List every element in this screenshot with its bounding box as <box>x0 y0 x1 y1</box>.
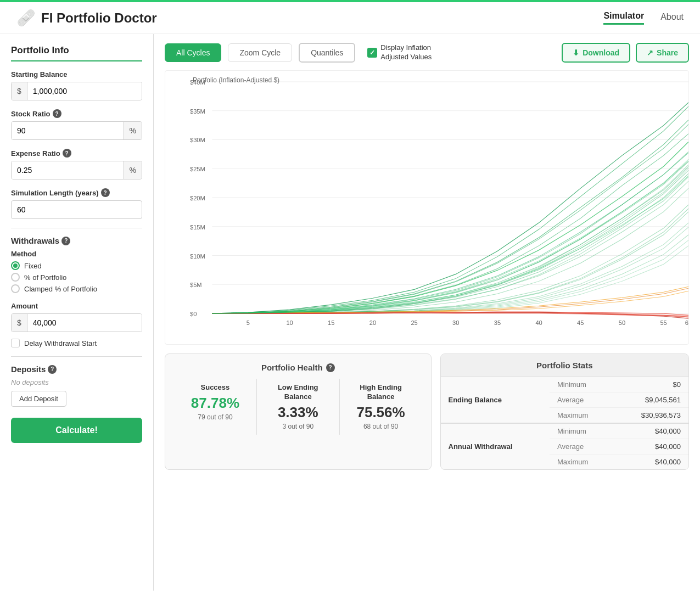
tab-all-cycles[interactable]: All Cycles <box>165 43 221 62</box>
inflation-check-group: ✓ Display Inflation Adjusted Values <box>367 43 432 62</box>
stock-ratio-label: Stock Ratio ? <box>11 109 142 118</box>
sidebar: Portfolio Info Starting Balance $ Stock … <box>0 34 154 591</box>
ending-balance-label: Ending Balance <box>441 377 550 423</box>
eb-min-value: $0 <box>613 377 688 392</box>
share-icon: ↗ <box>647 48 653 57</box>
method-clamped[interactable]: Clamped % of Portfolio <box>11 284 142 293</box>
health-stats: Success 87.78% 79 out of 90 Low Ending B… <box>174 379 422 435</box>
svg-text:30: 30 <box>452 319 459 326</box>
eb-avg-value: $9,045,561 <box>613 392 688 408</box>
health-panel-title: Portfolio Health ? <box>174 363 422 372</box>
aw-max-value: $40,000 <box>613 454 688 470</box>
download-button[interactable]: ⬇ Download <box>562 43 630 63</box>
withdrawals-help-icon[interactable]: ? <box>61 237 70 245</box>
bottom-panels: Portfolio Health ? Success 87.78% 79 out… <box>165 353 689 470</box>
chart-y-label: Portfolio (Inflation-Adjusted $) <box>193 76 279 84</box>
eb-max-value: $30,936,573 <box>613 408 688 424</box>
toolbar-right: ⬇ Download ↗ Share <box>562 43 689 63</box>
expense-ratio-suffix: % <box>124 161 142 179</box>
health-low-sub: 3 out of 90 <box>261 423 335 430</box>
starting-balance-group: Starting Balance $ <box>11 70 142 100</box>
health-panel: Portfolio Health ? Success 87.78% 79 out… <box>165 353 432 470</box>
svg-text:5: 5 <box>247 319 250 326</box>
add-deposit-button[interactable]: Add Deposit <box>11 391 66 407</box>
aw-min-label: Minimum <box>550 423 613 439</box>
amount-prefix: $ <box>12 314 27 332</box>
method-pct-radio[interactable] <box>11 273 20 282</box>
deposits-help-icon[interactable]: ? <box>48 365 57 374</box>
method-fixed[interactable]: Fixed <box>11 261 142 270</box>
stats-panel: Portfolio Stats Ending Balance Minimum $… <box>440 353 690 470</box>
eb-min-label: Minimum <box>550 377 613 392</box>
stock-ratio-group: Stock Ratio ? % <box>11 109 142 140</box>
logo: 🩹 FI Portfolio Doctor <box>16 9 157 27</box>
share-button[interactable]: ↗ Share <box>636 43 689 63</box>
svg-text:$30M: $30M <box>190 137 205 144</box>
svg-text:$10M: $10M <box>190 253 205 260</box>
stock-ratio-input[interactable] <box>12 122 124 139</box>
health-high-value: 75.56% <box>344 404 418 421</box>
sidebar-title: Portfolio Info <box>11 45 142 61</box>
method-clamped-radio[interactable] <box>11 284 20 293</box>
health-high-col: High Ending Balance 75.56% 68 out of 90 <box>339 379 422 435</box>
starting-balance-label: Starting Balance <box>11 70 142 78</box>
main-layout: Portfolio Info Starting Balance $ Stock … <box>0 34 700 591</box>
stock-ratio-suffix: % <box>124 122 142 139</box>
portfolio-chart: Portfolio (Inflation-Adjusted $) $40M $3… <box>165 70 689 345</box>
sim-length-label: Simulation Length (years) ? <box>11 188 142 197</box>
svg-text:20: 20 <box>369 319 376 326</box>
svg-text:45: 45 <box>577 319 584 326</box>
starting-balance-prefix: $ <box>12 82 27 100</box>
health-high-label: High Ending Balance <box>344 383 418 402</box>
svg-text:$35M: $35M <box>190 108 205 115</box>
svg-text:$0: $0 <box>190 311 197 317</box>
starting-balance-input[interactable] <box>27 82 142 100</box>
download-icon: ⬇ <box>573 48 579 57</box>
health-low-col: Low Ending Balance 3.33% 3 out of 90 <box>256 379 339 435</box>
tab-zoom-cycle[interactable]: Zoom Cycle <box>228 43 292 62</box>
svg-text:25: 25 <box>411 319 417 326</box>
method-fixed-radio[interactable] <box>11 261 20 270</box>
annual-withdrawal-label: Annual Withdrawal <box>441 423 550 469</box>
svg-text:15: 15 <box>328 319 334 326</box>
svg-text:$5M: $5M <box>190 282 202 288</box>
amount-label: Amount <box>11 302 142 310</box>
delay-withdrawal-checkbox[interactable] <box>11 339 20 347</box>
method-label: Method <box>11 250 142 258</box>
chart-svg: $40M $35M $30M $25M $20M $15M $10M $5M $… <box>190 76 688 328</box>
table-row: Ending Balance Minimum $0 <box>441 377 689 392</box>
inflation-checkbox[interactable]: ✓ <box>367 48 377 58</box>
health-success-value: 87.78% <box>178 395 252 412</box>
no-deposits-text: No deposits <box>11 378 142 386</box>
sim-length-input[interactable] <box>11 200 142 219</box>
expense-ratio-input-wrapper: % <box>11 161 142 179</box>
nav-simulator[interactable]: Simulator <box>603 11 644 25</box>
table-row: Annual Withdrawal Minimum $40,000 <box>441 423 689 439</box>
method-pct-portfolio[interactable]: % of Portfolio <box>11 273 142 282</box>
logo-icon: 🩹 <box>16 9 36 27</box>
nav-about[interactable]: About <box>660 12 684 24</box>
health-high-sub: 68 out of 90 <box>344 423 418 430</box>
aw-avg-label: Average <box>550 439 613 454</box>
sim-length-help-icon[interactable]: ? <box>101 188 110 197</box>
stock-ratio-input-wrapper: % <box>11 121 142 140</box>
stock-ratio-help-icon[interactable]: ? <box>53 109 61 118</box>
health-success-col: Success 87.78% 79 out of 90 <box>174 379 256 435</box>
logo-title: FI Portfolio Doctor <box>41 10 157 26</box>
health-low-label: Low Ending Balance <box>261 383 335 402</box>
deposits-divider <box>11 356 142 357</box>
health-low-value: 3.33% <box>261 404 335 421</box>
tab-quantiles[interactable]: Quantiles <box>299 43 355 63</box>
svg-text:55: 55 <box>660 319 667 326</box>
expense-ratio-input[interactable] <box>12 161 124 179</box>
svg-text:10: 10 <box>286 319 293 326</box>
svg-text:$25M: $25M <box>190 166 205 172</box>
calculate-button[interactable]: Calculate! <box>11 418 142 443</box>
svg-text:50: 50 <box>619 319 625 326</box>
health-help-icon[interactable]: ? <box>326 363 335 372</box>
stats-table: Ending Balance Minimum $0 Average $9,045… <box>441 377 689 469</box>
sim-length-group: Simulation Length (years) ? <box>11 188 142 219</box>
amount-input[interactable] <box>27 314 142 332</box>
withdrawals-section-title: Withdrawals ? <box>11 236 142 245</box>
expense-ratio-help-icon[interactable]: ? <box>63 149 71 158</box>
